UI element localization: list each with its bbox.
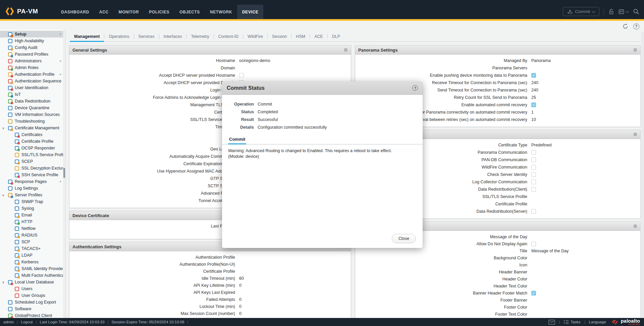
sidebar-item-ssh-service-profile[interactable]: SSH Service Profile — [0, 172, 63, 178]
close-button[interactable]: Close — [392, 234, 416, 243]
sidebar-item-log-settings[interactable]: Log Settings — [0, 185, 63, 192]
checkbox[interactable] — [531, 73, 536, 78]
nav-tab-objects[interactable]: OBJECTS — [174, 5, 205, 19]
sidebar-item-scep[interactable]: SCEP — [0, 158, 63, 165]
sidebar-item-certificates[interactable]: Certificates — [0, 131, 63, 138]
tab-interfaces[interactable]: Interfaces — [159, 34, 186, 42]
tab-services[interactable]: Services — [134, 34, 159, 42]
sidebar-item-authentication-sequence[interactable]: Authentication Sequence — [0, 78, 63, 84]
sidebar-item-setup[interactable]: Setup — [0, 31, 63, 38]
sidebar-item-certificate-management[interactable]: ∨Certificate Management — [0, 125, 63, 131]
sidebar-item-password-profiles[interactable]: Password Profiles — [0, 51, 63, 58]
sidebar-item-server-profiles[interactable]: ∨Server Profiles — [0, 192, 63, 198]
sidebar-item-saml-identity-provider[interactable]: SAML Identity Provider — [0, 265, 63, 272]
sidebar-item-ssl-tls-service-profile[interactable]: SSL/TLS Service Profile — [0, 151, 63, 158]
sidebar-item-software[interactable]: Software — [0, 306, 63, 312]
sidebar-item-globalprotect-client[interactable]: GlobalProtect Client — [0, 312, 63, 318]
sidebar-item-label: SNMP Trap — [21, 199, 43, 204]
tab-hsm[interactable]: HSM — [291, 34, 310, 42]
help-icon[interactable]: ? — [633, 23, 639, 29]
sidebar-scrollbar-thumb[interactable] — [63, 168, 65, 178]
checkbox[interactable] — [531, 180, 536, 184]
config-lock-button[interactable] — [608, 9, 614, 15]
commit-button[interactable]: Commit — [563, 7, 599, 16]
sidebar-item-administrators[interactable]: Administrators — [0, 58, 63, 64]
sidebar-item-syslog[interactable]: Syslog — [0, 205, 63, 212]
gear-icon[interactable]: ⚙ — [343, 48, 348, 52]
sidebar-item-troubleshooting[interactable]: Troubleshooting — [0, 118, 63, 125]
chevron-down-icon[interactable]: ∨ — [2, 126, 8, 130]
sidebar-item-vm-information-sources[interactable]: VM Information Sources — [0, 111, 63, 118]
checkbox[interactable] — [531, 165, 536, 170]
nav-tab-device[interactable]: DEVICE — [237, 5, 263, 19]
nav-tab-acc[interactable]: ACC — [94, 5, 114, 19]
sidebar-item-http[interactable]: HTTP — [0, 218, 63, 225]
nav-tab-dashboard[interactable]: DASHBOARD — [56, 5, 94, 19]
nav-tab-monitor[interactable]: MONITOR — [114, 5, 144, 19]
sidebar-item-radius[interactable]: RADIUS — [0, 232, 63, 239]
sidebar-item-email[interactable]: Email — [0, 212, 63, 218]
checkbox[interactable] — [531, 157, 536, 162]
tab-wildfire[interactable]: WildFire — [243, 34, 267, 42]
checkbox[interactable] — [531, 187, 536, 192]
logout-link[interactable]: Logout — [21, 320, 33, 324]
gear-icon[interactable]: ⚙ — [633, 224, 637, 229]
sidebar-item-local-user-database[interactable]: ∨Local User Database — [0, 279, 63, 285]
tab-telemetry[interactable]: Telemetry — [186, 34, 213, 42]
checkbox[interactable] — [531, 242, 536, 246]
sidebar-item-certificate-profile[interactable]: Certificate Profile — [0, 138, 63, 145]
sidebar-item-scp[interactable]: SCP — [0, 239, 63, 245]
main-scrollbar[interactable] — [641, 32, 644, 318]
sidebar-item-response-pages[interactable]: Response Pages — [0, 178, 63, 185]
checkbox[interactable] — [531, 291, 536, 296]
help-icon[interactable]: ? — [412, 85, 418, 91]
sidebar-item-config-audit[interactable]: Config Audit — [0, 44, 63, 51]
sidebar-item-netflow[interactable]: Netflow — [0, 225, 63, 232]
tab-commit[interactable]: Commit — [228, 135, 246, 144]
sidebar-item-admin-roles[interactable]: Admin Roles — [0, 64, 63, 71]
sidebar-item-tacacs[interactable]: TACACS+ — [0, 245, 63, 252]
sidebar-item-user-identification[interactable]: User Identification — [0, 84, 63, 91]
sidebar-item-iot[interactable]: IoT — [0, 91, 63, 98]
checkbox[interactable] — [531, 209, 536, 214]
nav-tab-policies[interactable]: POLICIES — [144, 5, 174, 19]
sidebar-item-authentication-profile[interactable]: Authentication Profile — [0, 71, 63, 78]
save-config-button[interactable] — [619, 9, 629, 15]
authentication-sequence-icon — [8, 79, 12, 83]
messages-button[interactable] — [548, 320, 555, 325]
sidebar-item-kerberos[interactable]: Kerberos — [0, 259, 63, 265]
sidebar-item-ssl-decryption-exclusion[interactable]: SSL Decryption Exclusion — [0, 165, 63, 172]
tab-management[interactable]: Management — [70, 34, 104, 42]
chevron-down-icon[interactable]: ∨ — [2, 280, 8, 284]
field-value: 0 — [239, 297, 241, 302]
sidebar-item-multi-factor-authentication[interactable]: Multi Factor Authentication — [0, 272, 63, 279]
tab-content-id[interactable]: Content-ID — [214, 34, 243, 42]
sidebar-item-scheduled-log-export[interactable]: Scheduled Log Export — [0, 299, 63, 306]
tab-ace[interactable]: ACE — [310, 34, 327, 42]
gear-icon[interactable]: ⚙ — [633, 48, 637, 52]
gear-icon[interactable]: ⚙ — [633, 132, 637, 137]
refresh-icon[interactable] — [622, 23, 629, 29]
checkbox[interactable] — [239, 73, 244, 78]
tab-session[interactable]: Session — [268, 34, 291, 42]
checkbox[interactable] — [531, 150, 536, 155]
checkbox[interactable] — [531, 103, 536, 107]
sidebar-item-snmp-trap[interactable]: SNMP Trap — [0, 198, 63, 205]
checkbox[interactable] — [531, 172, 536, 177]
sidebar-item-high-availability[interactable]: High Availability — [0, 38, 63, 44]
nav-tab-network[interactable]: NETWORK — [205, 5, 237, 19]
tab-dlp[interactable]: DLP — [328, 34, 344, 42]
sidebar-item-ocsp-responder[interactable]: OCSP Responder — [0, 145, 63, 151]
tasks-button[interactable]: Tasks — [564, 320, 580, 324]
sidebar-item-device-quarantine[interactable]: Device Quarantine — [0, 105, 63, 111]
sidebar-item-data-redistribution[interactable]: Data Redistribution — [0, 98, 63, 105]
chevron-down-icon[interactable]: ∨ — [2, 193, 8, 197]
sidebar-item-label: User Identification — [15, 85, 48, 90]
brand-name: paloalto — [621, 318, 640, 324]
global-search-button[interactable] — [633, 8, 639, 15]
tab-operations[interactable]: Operations — [104, 34, 133, 42]
sidebar-item-ldap[interactable]: LDAP — [0, 252, 63, 259]
sidebar-item-user-groups[interactable]: User Groups — [0, 292, 63, 299]
language-button[interactable]: Language — [589, 320, 606, 324]
sidebar-item-users[interactable]: Users — [0, 285, 63, 292]
